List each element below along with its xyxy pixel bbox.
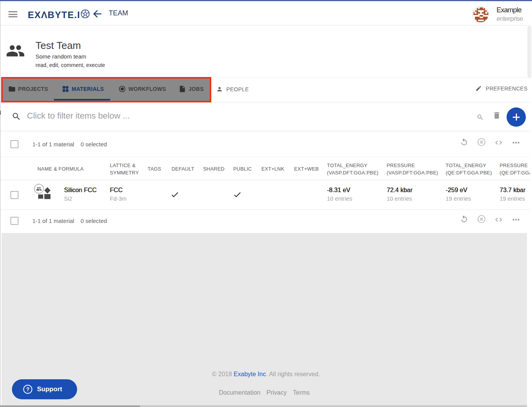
svg-text:?: ? — [26, 386, 30, 392]
